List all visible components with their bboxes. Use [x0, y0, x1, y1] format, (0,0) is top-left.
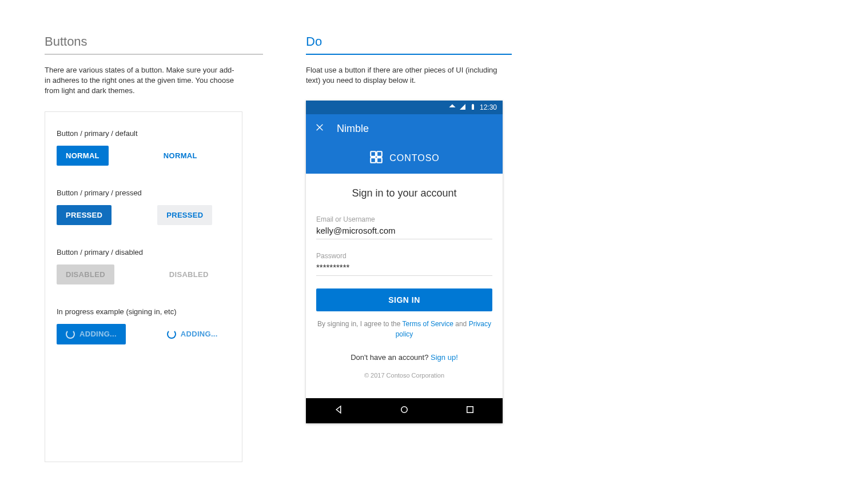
phone-mockup: 12:30 Nimble CONTOSO Sign in to your	[306, 101, 503, 423]
battery-icon	[469, 103, 476, 112]
android-navbar	[306, 398, 503, 423]
svg-rect-7	[377, 158, 382, 163]
disabled-text-button: DISABLED	[160, 264, 218, 284]
state-label-default: Button / primary / default	[57, 129, 230, 138]
wifi-icon	[449, 103, 456, 112]
do-desc: Float use a button if there are other pi…	[306, 65, 500, 86]
password-value: **********	[316, 262, 492, 272]
nav-recent-icon[interactable]	[465, 404, 475, 417]
pressed-filled-button[interactable]: PRESSED	[57, 205, 112, 225]
email-value: kelly@microsoft.com	[316, 226, 492, 235]
status-time: 12:30	[480, 103, 497, 111]
svg-point-8	[401, 407, 408, 413]
password-field[interactable]: Password **********	[316, 252, 492, 276]
svg-rect-1	[472, 104, 473, 105]
signup-link[interactable]: Sign up!	[431, 353, 458, 362]
form-title: Sign in to your account	[316, 187, 492, 199]
normal-filled-button[interactable]: NORMAL	[57, 146, 109, 166]
signal-icon	[459, 103, 466, 112]
state-label-disabled: Button / primary / disabled	[57, 248, 230, 256]
brand-bar: CONTOSO	[306, 143, 503, 174]
loading-text-button: ADDING...	[158, 324, 227, 344]
email-label: Email or Username	[316, 215, 492, 223]
do-heading: Do	[306, 34, 512, 55]
buttons-heading: Buttons	[45, 34, 263, 55]
nav-back-icon[interactable]	[333, 404, 344, 417]
state-label-loading: In progress example (signing in, etc)	[57, 307, 230, 316]
disabled-filled-button: DISABLED	[57, 264, 114, 284]
svg-rect-0	[472, 105, 474, 110]
svg-rect-5	[377, 152, 382, 157]
pressed-text-button[interactable]: PRESSED	[157, 205, 212, 225]
svg-rect-9	[467, 407, 473, 413]
password-label: Password	[316, 252, 492, 260]
loading-filled-button: ADDING...	[57, 324, 126, 344]
spinner-icon	[167, 330, 176, 339]
normal-text-button[interactable]: NORMAL	[154, 146, 206, 166]
nav-home-icon[interactable]	[399, 404, 409, 417]
state-label-pressed: Button / primary / pressed	[57, 189, 230, 197]
no-account-text: Don't have an account? Sign up!	[316, 353, 492, 362]
close-icon[interactable]	[315, 123, 324, 134]
button-states-card: Button / primary / default NORMAL NORMAL…	[45, 111, 242, 462]
contoso-logo-icon	[369, 150, 384, 167]
buttons-desc: There are various states of a button. Ma…	[45, 65, 239, 97]
app-bar: Nimble	[306, 114, 503, 143]
terms-link[interactable]: Terms of Service	[403, 320, 453, 328]
android-statusbar: 12:30	[306, 101, 503, 114]
agreement-text: By signing in, I agree to the Terms of S…	[316, 319, 492, 339]
svg-rect-4	[371, 152, 376, 157]
signin-button[interactable]: SIGN IN	[316, 288, 492, 311]
copyright: © 2017 Contoso Corporation	[316, 372, 492, 379]
spinner-icon	[66, 330, 75, 339]
app-title: Nimble	[337, 123, 369, 135]
svg-rect-6	[371, 158, 376, 163]
brand-name: CONTOSO	[389, 153, 440, 163]
email-field[interactable]: Email or Username kelly@microsoft.com	[316, 215, 492, 239]
